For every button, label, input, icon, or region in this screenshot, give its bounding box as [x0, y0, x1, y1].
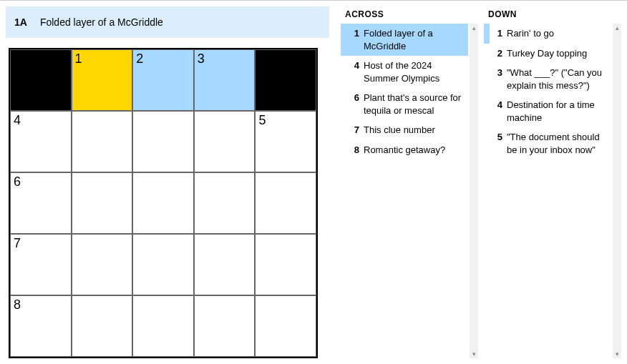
- across-scrollbar[interactable]: ▴ ▾: [470, 24, 478, 358]
- scroll-up-icon[interactable]: ▴: [472, 24, 476, 32]
- clue-number: 6: [346, 92, 364, 117]
- cell[interactable]: [72, 172, 133, 234]
- down-list: 1Rarin' to go2Turkey Day topping3"What _…: [484, 24, 611, 159]
- across-list: 1Folded layer of a McGriddle4Host of the…: [341, 24, 468, 159]
- clue-item[interactable]: 3"What ___?" ("Can you explain this mess…: [484, 63, 611, 95]
- crossword-grid: 12345678: [9, 48, 318, 358]
- clue-number: 1: [490, 27, 507, 40]
- clue-item[interactable]: 1Folded layer of a McGriddle: [341, 24, 468, 56]
- cell[interactable]: [255, 172, 316, 234]
- clue-number: 5: [490, 131, 507, 156]
- clue-number: 1: [346, 27, 364, 52]
- cell[interactable]: [72, 295, 133, 357]
- cell[interactable]: [194, 295, 256, 357]
- grid-row: 7: [10, 234, 316, 295]
- cell[interactable]: 2: [132, 49, 194, 111]
- cell[interactable]: 6: [10, 172, 72, 234]
- across-column: ACROSS 1Folded layer of a McGriddle4Host…: [341, 6, 478, 358]
- across-scroll: 1Folded layer of a McGriddle4Host of the…: [341, 24, 478, 358]
- clue-text: Plant that's a source for tequila or mes…: [364, 92, 464, 117]
- grid-row: 123: [10, 49, 316, 111]
- scroll-down-icon[interactable]: ▾: [616, 350, 619, 358]
- down-scrollbar[interactable]: ▴ ▾: [613, 24, 621, 358]
- clue-item[interactable]: 8Romantic getaway?: [341, 140, 468, 160]
- cell[interactable]: [194, 111, 256, 172]
- clue-number: 4: [346, 59, 364, 84]
- clue-text: This clue number: [364, 124, 464, 137]
- clue-number: 8: [346, 144, 364, 157]
- cell-number: 5: [258, 113, 266, 128]
- down-column: DOWN 1Rarin' to go2Turkey Day topping3"W…: [484, 6, 621, 358]
- cell[interactable]: 4: [10, 111, 72, 172]
- current-clue-text: Folded layer of a McGriddle: [40, 16, 163, 28]
- cell-number: 2: [136, 51, 143, 67]
- cell[interactable]: 7: [10, 234, 72, 295]
- clue-number: 4: [490, 99, 507, 124]
- clue-number: 7: [346, 124, 364, 137]
- cell[interactable]: [72, 234, 133, 295]
- clue-lists: ACROSS 1Folded layer of a McGriddle4Host…: [335, 1, 627, 364]
- clue-text: Destination for a time machine: [507, 99, 607, 124]
- cell[interactable]: 5: [255, 111, 316, 172]
- clue-item[interactable]: 5"The document should be in your inbox n…: [484, 127, 611, 159]
- clue-text: "The document should be in your inbox no…: [507, 131, 607, 156]
- cell[interactable]: [132, 234, 194, 295]
- clue-number: 3: [490, 67, 507, 92]
- current-clue-number: 1A: [14, 16, 27, 28]
- clue-item[interactable]: 6Plant that's a source for tequila or me…: [341, 88, 468, 120]
- cell[interactable]: 8: [10, 295, 72, 357]
- clue-item[interactable]: 7This clue number: [341, 120, 468, 140]
- cell-number: 8: [14, 297, 21, 313]
- cell-number: 4: [14, 113, 21, 128]
- cell[interactable]: [255, 234, 316, 295]
- clue-text: "What ___?" ("Can you explain this mess?…: [507, 67, 607, 92]
- cell-number: 3: [198, 51, 205, 67]
- cell-number: 7: [14, 236, 21, 251]
- clue-text: Rarin' to go: [507, 27, 607, 40]
- clue-text: Turkey Day topping: [507, 47, 607, 60]
- clue-item[interactable]: 1Rarin' to go: [484, 24, 611, 44]
- grid-row: 8: [10, 295, 316, 357]
- clue-text: Host of the 2024 Summer Olympics: [364, 59, 464, 84]
- cell[interactable]: [194, 234, 256, 295]
- down-scroll: 1Rarin' to go2Turkey Day topping3"What _…: [484, 24, 621, 358]
- grid-row: 45: [10, 111, 316, 172]
- cell[interactable]: [132, 111, 194, 172]
- cell-number: 1: [75, 51, 82, 67]
- across-heading: ACROSS: [345, 9, 478, 19]
- clue-text: Romantic getaway?: [364, 144, 464, 157]
- clue-number: 2: [490, 47, 507, 60]
- cell[interactable]: [255, 295, 316, 357]
- cell[interactable]: [194, 172, 256, 234]
- clue-text: Folded layer of a McGriddle: [364, 27, 464, 52]
- scroll-down-icon[interactable]: ▾: [472, 350, 476, 358]
- cell[interactable]: [72, 111, 133, 172]
- cell[interactable]: [132, 295, 194, 357]
- clue-item[interactable]: 4Host of the 2024 Summer Olympics: [341, 56, 468, 88]
- cell[interactable]: [132, 172, 194, 234]
- down-heading: DOWN: [488, 9, 621, 19]
- grid-row: 6: [10, 172, 316, 234]
- cell[interactable]: 1: [72, 49, 133, 111]
- clue-item[interactable]: 4Destination for a time machine: [484, 95, 611, 127]
- cell-black: [10, 49, 72, 111]
- cell-black: [255, 49, 316, 111]
- cell-number: 6: [14, 174, 21, 190]
- puzzle-panel: 1A Folded layer of a McGriddle 12345678: [0, 1, 335, 364]
- scroll-up-icon[interactable]: ▴: [616, 24, 619, 32]
- clue-item[interactable]: 2Turkey Day topping: [484, 44, 611, 64]
- current-clue-bar[interactable]: 1A Folded layer of a McGriddle: [6, 6, 329, 38]
- app: 1A Folded layer of a McGriddle 12345678 …: [0, 0, 627, 364]
- cell[interactable]: 3: [194, 49, 256, 111]
